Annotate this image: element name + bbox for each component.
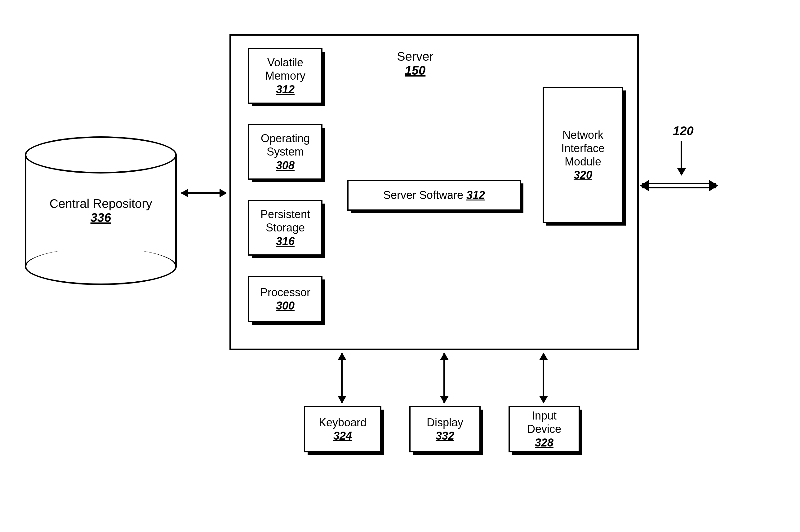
network-interface-ref: 320 — [574, 168, 592, 182]
persistent-storage-ref: 316 — [276, 234, 295, 248]
keyboard-ref: 324 — [333, 429, 352, 442]
input-device-label: Input Device — [527, 409, 561, 436]
keyboard-box: Keyboard 324 — [304, 406, 381, 452]
operating-system-label: Operating System — [261, 132, 310, 158]
arrow-120 — [680, 141, 682, 175]
processor-ref: 300 — [276, 299, 295, 312]
server-software-box: Server Software 312 — [347, 180, 521, 211]
server-ref: 150 — [405, 63, 426, 77]
display-label: Display — [427, 416, 463, 429]
network-interface-label: Network Interface Module — [561, 128, 605, 169]
network-interface-box: Network Interface Module 320 — [543, 87, 623, 223]
volatile-memory-label: Volatile Memory — [265, 56, 305, 82]
arrow-server-input-device — [543, 353, 544, 403]
persistent-storage-label: Persistent Storage — [260, 208, 310, 234]
server-label-text: Server — [397, 50, 434, 63]
repository-ref: 336 — [91, 211, 111, 225]
arrow-server-display — [443, 353, 445, 403]
repository-label: Central Repository — [49, 197, 152, 211]
display-ref: 332 — [436, 429, 454, 442]
arrow-repo-server — [181, 192, 226, 194]
display-box: Display 332 — [409, 406, 480, 452]
input-device-ref: 328 — [535, 436, 553, 449]
arrow-network-external — [642, 183, 716, 188]
central-repository-cylinder: Central Repository 336 — [25, 136, 177, 285]
operating-system-ref: 308 — [276, 159, 295, 172]
processor-box: Processor 300 — [248, 276, 323, 322]
volatile-memory-ref: 312 — [276, 83, 295, 96]
server-software-ref: 312 — [466, 188, 485, 202]
diagram-canvas: Central Repository 336 Server 150 Volati… — [0, 0, 800, 532]
operating-system-box: Operating System 308 — [248, 124, 323, 180]
volatile-memory-box: Volatile Memory 312 — [248, 48, 323, 104]
processor-label: Processor — [260, 286, 310, 299]
arrow-server-keyboard — [341, 353, 343, 403]
persistent-storage-box: Persistent Storage 316 — [248, 200, 323, 255]
server-software-label: Server Software — [383, 188, 463, 202]
server-title: Server 150 — [397, 50, 434, 77]
input-device-box: Input Device 328 — [509, 406, 580, 452]
external-ref-label: 120 — [673, 124, 694, 138]
keyboard-label: Keyboard — [319, 416, 366, 429]
